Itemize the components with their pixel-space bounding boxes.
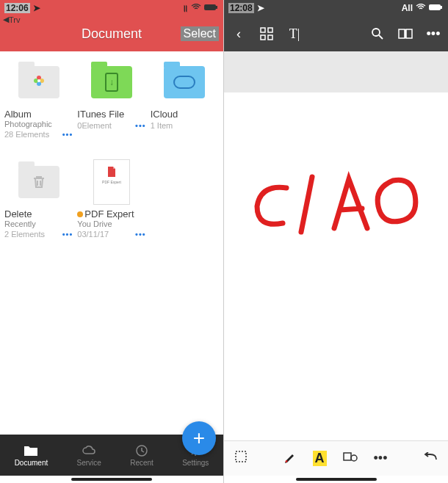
svg-rect-17	[344, 453, 351, 460]
highlight-tool[interactable]: A	[313, 451, 327, 466]
annotation-toolbar: A •••	[224, 440, 448, 476]
location-icon: ➤	[33, 3, 40, 13]
status-bar: 12:06 ➤ ॥	[0, 0, 223, 16]
nav-recent[interactable]: Recent	[130, 444, 153, 467]
battery-icon	[204, 3, 219, 13]
plus-icon: +	[193, 426, 205, 450]
tile-count: 2 Elements	[4, 230, 45, 239]
folder-icloud[interactable]: ICloud 1 Item	[151, 59, 219, 154]
clock-icon	[134, 444, 149, 457]
more-icon[interactable]: •••	[135, 121, 146, 130]
tile-count: 28 Elements	[4, 130, 49, 139]
signal-icon: ॥	[182, 3, 188, 13]
nav-label: Settings	[182, 459, 209, 467]
undo-button[interactable]	[423, 451, 438, 466]
tile-sub: You Drive	[77, 219, 145, 228]
status-time: 12:08	[228, 3, 254, 13]
bottom-nav: Document Service Recent Settings +	[0, 435, 223, 476]
nav-label: Document	[15, 459, 48, 467]
file-pdf-expert[interactable]: PDF Expert PDF Expert You Drive 03/11/17…	[77, 159, 145, 254]
page-margin-top	[224, 51, 448, 92]
svg-point-18	[351, 455, 357, 461]
folder-icon	[24, 444, 38, 457]
tile-count: 0Element	[77, 121, 111, 130]
nav-document[interactable]: Document	[15, 444, 48, 467]
folder-album[interactable]: Album Photographic 28 Elements•••	[4, 59, 73, 154]
tile-label: ICloud	[151, 109, 219, 120]
battery-icon	[429, 3, 444, 13]
tile-sub: Photographic	[4, 120, 73, 128]
svg-rect-0	[204, 4, 216, 10]
location-icon: ➤	[257, 3, 264, 13]
document-thumb-icon: PDF Expert	[93, 159, 130, 205]
home-indicator	[224, 476, 448, 483]
tile-label: Album	[4, 109, 73, 120]
add-button[interactable]: +	[182, 421, 216, 455]
tile-count: 03/11/17	[77, 230, 109, 239]
svg-rect-14	[268, 35, 272, 40]
more-icon[interactable]: •••	[62, 130, 73, 139]
svg-point-15	[372, 29, 380, 36]
tile-label: Delete	[4, 208, 73, 219]
document-header: ◀Trv Document Select	[0, 16, 223, 51]
more-icon[interactable]: •••	[135, 230, 146, 239]
nav-label: Service	[77, 459, 101, 467]
document-grid: Album Photographic 28 Elements••• ITunes…	[0, 51, 223, 435]
reading-mode-button[interactable]	[398, 26, 413, 41]
wifi-icon	[191, 3, 201, 13]
folder-itunes[interactable]: ITunes File 0Element•••	[77, 59, 145, 154]
more-icon[interactable]: •••	[62, 230, 73, 239]
status-time: 12:06	[4, 3, 30, 13]
pdf-viewer-screen: 12:08 ➤ All ‹ T| •••	[224, 0, 448, 483]
trash-icon	[28, 171, 50, 193]
grid-view-button[interactable]	[259, 26, 274, 41]
back-button[interactable]: ◀Trv	[3, 15, 20, 24]
text-tool-button[interactable]: T|	[287, 26, 302, 41]
nav-service[interactable]: Service	[77, 444, 101, 467]
home-indicator	[0, 476, 223, 483]
svg-rect-11	[261, 28, 265, 32]
document-browser-screen: 12:06 ➤ ॥ ◀Trv Document Select Album Pho…	[0, 0, 224, 483]
cloud-icon	[173, 76, 195, 89]
usb-icon	[105, 73, 118, 92]
svg-rect-1	[216, 6, 217, 9]
badge-dot-icon	[77, 211, 83, 217]
more-button[interactable]: •••	[426, 26, 441, 41]
svg-point-6	[37, 79, 40, 82]
tile-sub: Recently	[4, 219, 73, 228]
svg-rect-9	[429, 4, 441, 10]
svg-rect-13	[261, 35, 265, 40]
photos-icon	[30, 72, 48, 93]
svg-rect-10	[441, 6, 442, 9]
back-button[interactable]: ‹	[231, 26, 246, 41]
selection-tool[interactable]	[234, 450, 248, 467]
more-tools[interactable]: •••	[374, 451, 388, 466]
shape-tool[interactable]	[343, 451, 358, 466]
tile-label: PDF Expert	[77, 208, 145, 219]
search-button[interactable]	[370, 26, 385, 41]
svg-rect-12	[268, 28, 272, 32]
pen-tool[interactable]	[283, 450, 297, 467]
select-button[interactable]: Select	[181, 26, 219, 41]
wifi-icon	[416, 3, 426, 13]
status-bar: 12:08 ➤ All	[224, 0, 448, 16]
folder-delete[interactable]: Delete Recently 2 Elements•••	[4, 159, 73, 254]
tile-count: 1 Item	[151, 121, 173, 130]
header-title: Document	[82, 26, 142, 42]
document-page[interactable]	[224, 92, 448, 440]
carrier-label: All	[402, 3, 413, 13]
svg-rect-16	[236, 451, 246, 462]
cloud-icon	[82, 444, 96, 457]
tile-label: ITunes File	[77, 109, 145, 120]
viewer-toolbar: ‹ T| •••	[224, 16, 448, 51]
nav-label: Recent	[130, 459, 153, 467]
handwritten-annotation	[246, 166, 437, 254]
document-area	[224, 51, 448, 440]
